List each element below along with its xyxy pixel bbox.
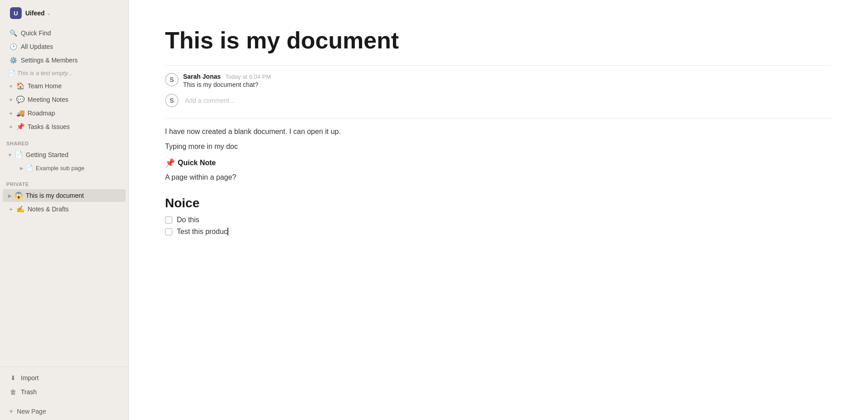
example-sub-label: Example sub page <box>36 165 85 172</box>
sidebar-item-team-home[interactable]: + 🏠 Team Home <box>3 80 126 92</box>
this-is-my-document-label: This is my document <box>26 192 84 199</box>
checklist-label-1: Do this <box>177 216 199 224</box>
main-content: This is my document S Sarah Jonas Today … <box>129 0 868 420</box>
trash-label: Trash <box>21 388 37 396</box>
workspace-icon: U <box>10 7 22 19</box>
new-page-button[interactable]: + New Page <box>3 404 126 419</box>
workspace-name: Uifeed <box>25 10 45 17</box>
pushpin-emoji: 📌 <box>165 158 175 168</box>
roadmap-emoji: 🚚 <box>16 109 25 117</box>
quick-find-label: Quick Find <box>21 29 51 37</box>
new-page-label: New Page <box>17 408 46 415</box>
meeting-notes-label: Meeting Notes <box>28 96 68 103</box>
roadmap-label: Roadmap <box>28 110 55 117</box>
import-icon: ⬇ <box>9 374 17 382</box>
plus-icon: + <box>7 123 14 130</box>
plus-icon: + <box>7 96 14 103</box>
avatar: S <box>165 73 179 86</box>
private-section-label: PRIVATE <box>0 174 128 189</box>
sidebar-item-meeting-notes[interactable]: + 💬 Meeting Notes <box>3 93 126 106</box>
comment-text: This is my document chat? <box>183 81 832 88</box>
comment-author: Sarah Jonas <box>183 73 221 80</box>
gear-icon: ⚙️ <box>9 57 17 64</box>
comment-item: S Sarah Jonas Today at 6:04 PM This is m… <box>165 73 832 88</box>
settings-label: Settings & Members <box>21 57 78 64</box>
doc-paragraph-3: A page within a page? <box>165 172 832 183</box>
doc-paragraph-2: Typing more in my doc <box>165 141 832 153</box>
inline-page-link[interactable]: 📌 Quick Note <box>165 158 216 168</box>
tasks-emoji: 📌 <box>16 123 25 131</box>
sidebar-item-tasks-issues[interactable]: + 📌 Tasks & Issues <box>3 120 126 133</box>
chevron-down-icon: ⌄ <box>47 10 51 16</box>
plus-icon: + <box>9 407 13 415</box>
sidebar: U Uifeed ⌄ 🔍 Quick Find 🕐 All Updates ⚙️… <box>0 0 129 420</box>
divider <box>165 65 832 66</box>
sidebar-item-settings[interactable]: ⚙️ Settings & Members <box>3 54 126 67</box>
sidebar-item-all-updates[interactable]: 🕐 All Updates <box>3 40 126 53</box>
doc-heading: Noice <box>165 196 832 210</box>
doc-emoji: 📄 <box>14 151 23 159</box>
notes-drafts-label: Notes & Drafts <box>28 205 69 213</box>
checklist-label-2: Test this produc <box>177 228 228 236</box>
comment-time: Today at 6:04 PM <box>225 73 271 80</box>
avatar: S <box>165 94 179 107</box>
import-label: Import <box>21 374 39 382</box>
document-title: This is my document <box>165 27 832 54</box>
sidebar-item-truncated[interactable]: 📄 This is a test empty... <box>3 67 126 79</box>
sidebar-item-notes-drafts[interactable]: + ✍️ Notes & Drafts <box>3 203 126 215</box>
page-icon: 📄 <box>7 70 14 76</box>
home-emoji: 🏠 <box>16 82 25 90</box>
doc-body: I have now created a blank document. I c… <box>165 126 832 236</box>
checklist-item-1: Do this <box>165 216 832 224</box>
chat-emoji: 💬 <box>16 95 25 104</box>
sidebar-item-import[interactable]: ⬇ Import <box>3 371 126 385</box>
sidebar-item-trash[interactable]: 🗑 Trash <box>3 385 126 399</box>
comment-body: Sarah Jonas Today at 6:04 PM This is my … <box>183 73 832 88</box>
inline-link-text: Quick Note <box>178 159 216 167</box>
plus-icon: + <box>7 82 14 90</box>
tasks-issues-label: Tasks & Issues <box>28 123 70 130</box>
sidebar-item-this-is-my-document[interactable]: ▶ 😱 This is my document <box>3 189 126 202</box>
expand-arrow-icon: ▼ <box>7 153 13 158</box>
checkbox-1[interactable] <box>165 216 172 224</box>
doc-paragraph-1: I have now created a blank document. I c… <box>165 126 832 138</box>
doc-emoji: 📄 <box>25 164 33 172</box>
shared-section-label: SHARED <box>0 134 128 148</box>
truncated-label: This is a test empty... <box>17 70 72 76</box>
checkbox-2[interactable] <box>165 228 172 235</box>
comment-section: S Sarah Jonas Today at 6:04 PM This is m… <box>165 73 832 107</box>
divider-2 <box>165 118 832 119</box>
team-home-label: Team Home <box>28 82 61 90</box>
plus-icon: + <box>7 205 14 213</box>
comment-input[interactable]: Add a comment... <box>185 97 235 104</box>
search-icon: 🔍 <box>9 29 17 37</box>
comment-input-row[interactable]: S Add a comment... <box>165 94 832 107</box>
expand-arrow-icon: ▶ <box>7 193 13 198</box>
clock-icon: 🕐 <box>9 43 17 50</box>
getting-started-label: Getting Started <box>26 151 68 158</box>
checklist-item-2: Test this produc <box>165 228 832 236</box>
sidebar-item-getting-started[interactable]: ▼ 📄 Getting Started <box>3 148 126 161</box>
sidebar-item-roadmap[interactable]: + 🚚 Roadmap <box>3 107 126 119</box>
workspace-header[interactable]: U Uifeed ⌄ <box>4 2 125 24</box>
plus-icon: + <box>7 110 14 117</box>
trash-icon: 🗑 <box>9 388 17 396</box>
sidebar-item-example-sub[interactable]: ▶ 📄 Example sub page <box>3 162 126 174</box>
expand-arrow-icon: ▶ <box>20 166 24 171</box>
sidebar-item-quick-find[interactable]: 🔍 Quick Find <box>3 27 126 39</box>
doc-emoji: 😱 <box>14 191 23 200</box>
all-updates-label: All Updates <box>21 43 53 50</box>
drafts-emoji: ✍️ <box>16 205 25 213</box>
sidebar-bottom: ⬇ Import 🗑 Trash <box>0 367 128 403</box>
